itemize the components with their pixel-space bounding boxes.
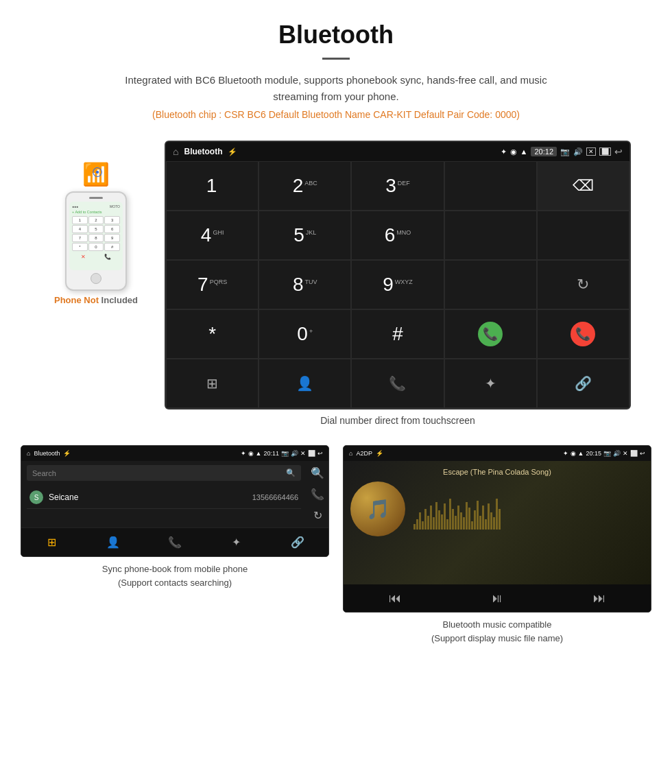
dial-key-7[interactable]: 7PQRS (166, 260, 259, 309)
signal-icon: ▲ (520, 147, 528, 156)
nav-more[interactable]: 🔗 (537, 359, 629, 408)
dial-key-1[interactable]: 1 (166, 161, 259, 211)
phone-bottom-bar: ✕ 📞 (72, 254, 120, 260)
pb-app-name: Bluetooth (34, 450, 60, 457)
pb-nav-phone[interactable]: 📞 (144, 528, 206, 556)
dial-section: 📶 ⦿ ●●● MOTO + Add to Contacts 1 2 3 4 5… (0, 141, 672, 445)
music-statusbar: ⌂ A2DP ⚡ ✦ ◉ ▲ 20:15 📷 🔊 ✕ ⬜ ↩ (344, 446, 651, 461)
pb-side-call-icon[interactable]: 📞 (311, 488, 324, 501)
music-controls: ⏮ ⏯ ⏭ (344, 584, 651, 612)
bottom-screens: ⌂ Bluetooth ⚡ ✦ ◉ ▲ 20:11 📷 🔊 ✕ ⬜ ↩ (0, 445, 672, 658)
phonebook-caption: Sync phone-book from mobile phone (Suppo… (21, 562, 329, 589)
nav-dialpad[interactable]: ⊞ (166, 359, 259, 408)
pb-loc-icon: ◉ (248, 450, 254, 457)
end-call-button[interactable]: 📞 (537, 309, 629, 359)
android-dial-screen: ⌂ Bluetooth ⚡ ✦ ◉ ▲ 20:12 📷 🔊 ✕ ⬜ ↩ (165, 141, 631, 409)
pb-nav-link[interactable]: 🔗 (267, 528, 328, 556)
pb-x-icon: ✕ (300, 450, 306, 457)
phonebook-content: Search 🔍 S Seicane 13566664466 (21, 461, 307, 513)
camera-icon: 📷 (560, 147, 570, 156)
dial-key-star[interactable]: * (166, 309, 259, 359)
phone-home-button (91, 273, 101, 284)
ms-sq-icon: ⬜ (630, 450, 638, 457)
statusbar-app-name: Bluetooth (184, 147, 222, 156)
pb-back-icon: ↩ (317, 450, 323, 457)
nav-bluetooth-dial[interactable]: ✦ (444, 359, 537, 408)
dial-empty-3 (444, 260, 537, 309)
call-icon-red: 📞 (571, 322, 595, 346)
ms-app-name: A2DP (356, 450, 372, 457)
bluetooth-status-icon: ✦ (501, 147, 507, 156)
pb-side-refresh-icon[interactable]: ↻ (313, 509, 322, 522)
phone-mockup: 📶 ⦿ ●●● MOTO + Add to Contacts 1 2 3 4 5… (41, 141, 151, 305)
ms-vol-icon: 🔊 (613, 450, 621, 457)
ms-back-icon: ↩ (640, 450, 645, 457)
pb-side-search-icon[interactable]: 🔍 (311, 466, 324, 479)
phonebook-sidebar: 🔍 📞 ↻ (307, 461, 328, 527)
dial-statusbar: ⌂ Bluetooth ⚡ ✦ ◉ ▲ 20:12 📷 🔊 ✕ ⬜ ↩ (166, 142, 629, 161)
phone-screen-header: ●●● MOTO (72, 204, 120, 209)
phone-not-included: Phone Not Included (54, 295, 138, 305)
ms-time: 20:15 (586, 450, 601, 457)
contact-avatar: S (29, 490, 43, 504)
home-nav-icon: ⌂ (173, 146, 178, 157)
music-play-pause[interactable]: ⏯ (446, 584, 548, 612)
dial-key-3[interactable]: 3DEF (351, 161, 444, 211)
pb-nav-bluetooth[interactable]: ✦ (206, 528, 267, 556)
pb-usb-icon: ⚡ (63, 450, 71, 457)
location-icon: ◉ (510, 147, 517, 156)
music-next[interactable]: ⏭ (549, 584, 651, 612)
back-icon: ↩ (614, 146, 623, 157)
close-icon: ✕ (586, 147, 596, 156)
pb-time: 20:11 (263, 450, 279, 457)
dial-key-5[interactable]: 5JKL (259, 211, 351, 260)
screen-icon: ⬜ (599, 147, 611, 156)
music-album-art: 🎵 (350, 482, 405, 536)
dial-grid: 1 2ABC 3DEF ⌫ 4GHI 5JKL (166, 161, 629, 408)
music-prev[interactable]: ⏮ (344, 584, 446, 612)
dial-refresh[interactable]: ↻ (537, 260, 629, 309)
page-description: Integrated with BC6 Bluetooth module, su… (103, 72, 569, 105)
phonebook-wrap: ⌂ Bluetooth ⚡ ✦ ◉ ▲ 20:11 📷 🔊 ✕ ⬜ ↩ (21, 445, 329, 645)
music-screen: ⌂ A2DP ⚡ ✦ ◉ ▲ 20:15 📷 🔊 ✕ ⬜ ↩ (343, 445, 651, 613)
title-divider (322, 58, 350, 60)
search-placeholder: Search (32, 469, 56, 477)
nav-phone[interactable]: 📞 (351, 359, 444, 408)
dial-key-6[interactable]: 6MNO (351, 211, 444, 260)
dial-key-hash[interactable]: # (351, 309, 444, 359)
search-bar[interactable]: Search 🔍 (27, 465, 301, 481)
pb-nav-dialpad[interactable]: ⊞ (21, 528, 83, 556)
nav-contacts[interactable]: 👤 (259, 359, 351, 408)
phone-body: ●●● MOTO + Add to Contacts 1 2 3 4 5 6 7… (65, 191, 127, 291)
phone-screen: ●●● MOTO + Add to Contacts 1 2 3 4 5 6 7… (69, 202, 123, 270)
bluetooth-phone-icon: ⦿ (92, 167, 103, 179)
dial-backspace[interactable]: ⌫ (537, 161, 629, 211)
dial-key-2[interactable]: 2ABC (259, 161, 351, 211)
dial-key-4[interactable]: 4GHI (166, 211, 259, 260)
call-button[interactable]: 📞 (444, 309, 537, 359)
contact-row[interactable]: S Seicane 13566664466 (27, 486, 301, 509)
usb-icon: ⚡ (228, 147, 237, 156)
dial-key-9[interactable]: 9WXYZ (351, 260, 444, 309)
phonebook-inner: Search 🔍 S Seicane 13566664466 🔍 📞 ↻ (21, 461, 328, 527)
phonebook-statusbar: ⌂ Bluetooth ⚡ ✦ ◉ ▲ 20:11 📷 🔊 ✕ ⬜ ↩ (21, 446, 328, 461)
pb-bt-icon: ✦ (241, 450, 246, 457)
dial-empty-1 (444, 211, 537, 260)
pb-home-icon: ⌂ (27, 450, 30, 457)
ms-sig-icon: ▲ (578, 450, 584, 457)
music-caption: Bluetooth music compatible (Support disp… (343, 618, 651, 645)
phone-speaker (89, 197, 103, 199)
dial-caption: Dial number direct from touchscreen (320, 415, 475, 426)
dial-key-0[interactable]: 0+ (259, 309, 351, 359)
ms-loc-icon: ◉ (571, 450, 576, 457)
ms-bt-icon: ✦ (563, 450, 568, 457)
dial-empty-2 (537, 211, 629, 260)
pb-bottom-nav: ⊞ 👤 📞 ✦ 🔗 (21, 527, 328, 556)
dial-key-8[interactable]: 8TUV (259, 260, 351, 309)
volume-icon: 🔊 (573, 147, 583, 156)
contact-name: Seicane (49, 492, 252, 502)
ms-usb-icon: ⚡ (376, 450, 383, 457)
page-header: Bluetooth Integrated with BC6 Bluetooth … (0, 0, 672, 141)
pb-nav-contacts[interactable]: 👤 (83, 528, 145, 556)
pb-vol-icon: 🔊 (291, 450, 298, 457)
